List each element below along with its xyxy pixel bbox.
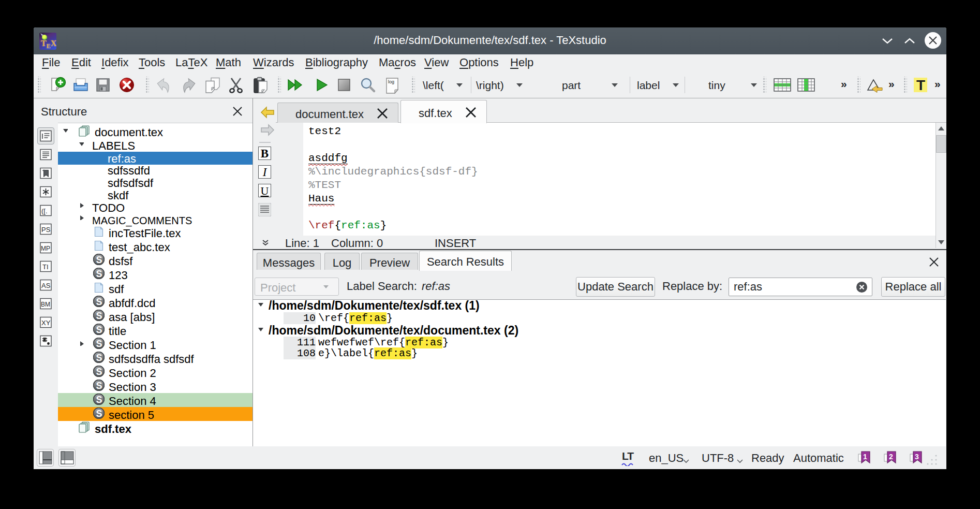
svg-text:2: 2 bbox=[889, 453, 893, 461]
svg-text:XY: XY bbox=[41, 319, 51, 327]
svg-text:TI: TI bbox=[42, 263, 49, 271]
svg-text:BM: BM bbox=[41, 301, 50, 308]
svg-text:PS: PS bbox=[41, 226, 51, 234]
svg-text:T: T bbox=[916, 77, 925, 93]
svg-text:3: 3 bbox=[915, 453, 919, 461]
svg-text:([.: ([. bbox=[41, 207, 48, 215]
svg-text:1: 1 bbox=[863, 453, 867, 461]
svg-text:log: log bbox=[388, 79, 394, 84]
svg-text:MP: MP bbox=[41, 245, 50, 252]
svg-text:AS: AS bbox=[41, 282, 51, 289]
